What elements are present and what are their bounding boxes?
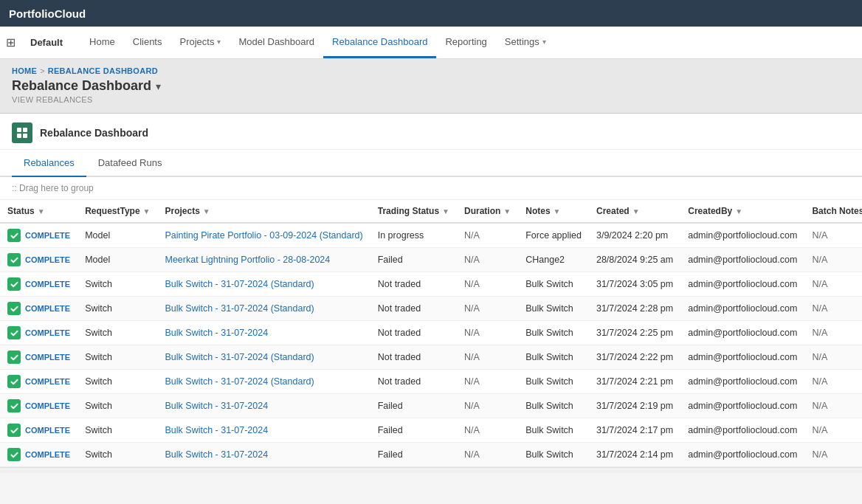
cell-batch-notes: N/A xyxy=(804,394,862,418)
section-icon xyxy=(12,122,32,143)
checkmark-icon xyxy=(10,232,18,240)
cell-created-by: admin@portfoliocloud.com xyxy=(680,321,804,345)
cell-request-type: Switch xyxy=(77,297,157,321)
cell-trading-status: Failed xyxy=(370,418,457,443)
cell-notes: Bulk Switch xyxy=(518,321,589,345)
col-projects: Projects ▼ xyxy=(158,200,370,223)
project-link[interactable]: Bulk Switch - 31-07-2024 (Standard) xyxy=(165,303,314,314)
tab-rebalances[interactable]: Rebalances xyxy=(12,150,86,177)
nav-settings[interactable]: Settings ▾ xyxy=(496,27,555,58)
cell-status: COMPLETE xyxy=(0,321,77,345)
table-row[interactable]: COMPLETE Switch Bulk Switch - 31-07-2024… xyxy=(0,370,862,394)
project-link[interactable]: Bulk Switch - 31-07-2024 xyxy=(165,401,269,411)
table-row[interactable]: COMPLETE Switch Bulk Switch - 31-07-2024… xyxy=(0,418,862,443)
duration-filter-icon[interactable]: ▼ xyxy=(503,207,511,215)
status-label: COMPLETE xyxy=(25,255,70,264)
nav-model-dashboard[interactable]: Model Dashboard xyxy=(230,27,323,58)
status-label: COMPLETE xyxy=(25,304,70,313)
drag-group-bar: :: Drag here to group xyxy=(0,177,862,200)
checkmark-icon xyxy=(10,256,18,264)
cell-notes: Bulk Switch xyxy=(518,394,589,418)
cell-duration: N/A xyxy=(457,370,518,394)
cell-batch-notes: N/A xyxy=(804,321,862,345)
horizontal-scrollbar[interactable] xyxy=(0,467,862,473)
cell-created-by: admin@portfoliocloud.com xyxy=(680,223,804,248)
table-row[interactable]: COMPLETE Switch Bulk Switch - 31-07-2024… xyxy=(0,272,862,297)
status-check-icon xyxy=(7,229,21,242)
cell-status: COMPLETE xyxy=(0,297,77,321)
cell-created-by: admin@portfoliocloud.com xyxy=(680,418,804,443)
status-check-icon xyxy=(7,253,21,266)
notes-filter-icon[interactable]: ▼ xyxy=(554,207,561,215)
cell-trading-status: Not traded xyxy=(370,272,457,297)
cell-batch-notes: N/A xyxy=(804,297,862,321)
project-link[interactable]: Bulk Switch - 31-07-2024 xyxy=(165,425,269,435)
col-notes: Notes ▼ xyxy=(518,200,589,223)
table-row[interactable]: COMPLETE Switch Bulk Switch - 31-07-2024… xyxy=(0,394,862,418)
created-filter-icon[interactable]: ▼ xyxy=(632,207,640,215)
checkmark-icon xyxy=(10,451,18,459)
request-type-filter-icon[interactable]: ▼ xyxy=(143,207,151,215)
cell-created-by: admin@portfoliocloud.com xyxy=(680,248,804,272)
col-batch-notes: Batch Notes xyxy=(804,200,862,223)
status-check-icon xyxy=(7,424,21,437)
cell-created: 31/7/2024 3:05 pm xyxy=(589,272,680,297)
table-row[interactable]: COMPLETE Switch Bulk Switch - 31-07-2024… xyxy=(0,321,862,345)
status-check-icon xyxy=(7,375,21,388)
project-link[interactable]: Meerkat Lightning Portfolio - 28-08-2024 xyxy=(165,255,331,265)
settings-chevron-icon: ▾ xyxy=(542,38,546,46)
checkmark-icon xyxy=(10,305,18,313)
cell-created: 31/7/2024 2:17 pm xyxy=(589,418,680,443)
status-label: COMPLETE xyxy=(25,231,70,240)
cell-request-type: Switch xyxy=(77,418,157,443)
cell-trading-status: Not traded xyxy=(370,345,457,370)
nav-bar: ⊞ Default Home Clients Projects ▾ Model … xyxy=(0,27,862,59)
nav-projects[interactable]: Projects ▾ xyxy=(171,27,230,58)
status-label: COMPLETE xyxy=(25,401,70,410)
checkmark-icon xyxy=(10,353,18,362)
breadcrumb-separator: > xyxy=(40,66,44,75)
cell-batch-notes: N/A xyxy=(804,223,862,248)
cell-created-by: admin@portfoliocloud.com xyxy=(680,272,804,297)
cell-created-by: admin@portfoliocloud.com xyxy=(680,370,804,394)
table-row[interactable]: COMPLETE Switch Bulk Switch - 31-07-2024… xyxy=(0,297,862,321)
project-link[interactable]: Painting Pirate Portfolio - 03-09-2024 (… xyxy=(165,230,363,241)
project-link[interactable]: Bulk Switch - 31-07-2024 xyxy=(165,328,269,338)
col-created-by: CreatedBy ▼ xyxy=(680,200,804,223)
cell-created-by: admin@portfoliocloud.com xyxy=(680,345,804,370)
cell-project: Bulk Switch - 31-07-2024 xyxy=(158,394,370,418)
table-row[interactable]: COMPLETE Model Meerkat Lightning Portfol… xyxy=(0,248,862,272)
cell-duration: N/A xyxy=(457,321,518,345)
cell-batch-notes: N/A xyxy=(804,345,862,370)
cell-project: Meerkat Lightning Portfolio - 28-08-2024 xyxy=(158,248,370,272)
cell-trading-status: In progress xyxy=(370,223,457,248)
nav-home[interactable]: Home xyxy=(80,27,124,58)
trading-status-filter-icon[interactable]: ▼ xyxy=(442,207,449,215)
cell-trading-status: Not traded xyxy=(370,297,457,321)
tab-datafeed-runs[interactable]: Datafeed Runs xyxy=(86,150,174,177)
table-row[interactable]: COMPLETE Switch Bulk Switch - 31-07-2024… xyxy=(0,443,862,467)
workspace-label[interactable]: Default xyxy=(24,37,69,48)
table-row[interactable]: COMPLETE Switch Bulk Switch - 31-07-2024… xyxy=(0,345,862,370)
page-title: Rebalance Dashboard xyxy=(12,78,151,94)
cell-project: Bulk Switch - 31-07-2024 (Standard) xyxy=(158,370,370,394)
nav-reporting[interactable]: Reporting xyxy=(436,27,495,58)
project-link[interactable]: Bulk Switch - 31-07-2024 (Standard) xyxy=(165,352,314,362)
projects-filter-icon[interactable]: ▼ xyxy=(203,207,210,215)
cell-status: COMPLETE xyxy=(0,272,77,297)
nav-clients[interactable]: Clients xyxy=(124,27,171,58)
cell-duration: N/A xyxy=(457,248,518,272)
created-by-filter-icon[interactable]: ▼ xyxy=(735,207,742,215)
status-filter-icon[interactable]: ▼ xyxy=(38,207,45,215)
dashboard-icon xyxy=(16,127,28,139)
nav-rebalance-dashboard[interactable]: Rebalance Dashboard xyxy=(323,27,436,58)
table-row[interactable]: COMPLETE Model Painting Pirate Portfolio… xyxy=(0,223,862,248)
project-link[interactable]: Bulk Switch - 31-07-2024 xyxy=(165,449,269,460)
page-title-chevron-icon[interactable]: ▾ xyxy=(156,80,161,92)
cell-duration: N/A xyxy=(457,297,518,321)
breadcrumb-home[interactable]: HOME xyxy=(12,66,37,75)
project-link[interactable]: Bulk Switch - 31-07-2024 (Standard) xyxy=(165,279,314,289)
table-header-row: Status ▼ RequestType ▼ Projects ▼ xyxy=(0,200,862,223)
grid-icon[interactable]: ⊞ xyxy=(6,35,15,49)
project-link[interactable]: Bulk Switch - 31-07-2024 (Standard) xyxy=(165,376,314,387)
